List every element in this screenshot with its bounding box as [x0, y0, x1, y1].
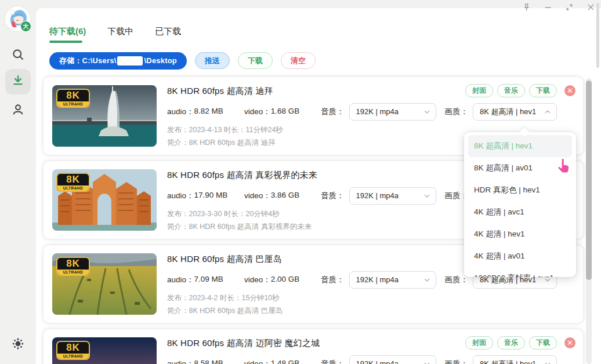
audio-quality-label: 音质：	[321, 191, 345, 201]
sidebar-item-settings[interactable]	[5, 332, 31, 358]
chevron-down-icon	[423, 108, 430, 115]
pin-icon[interactable]	[522, 2, 531, 12]
video-size: 2.00 GB	[271, 275, 300, 285]
maximize-icon[interactable]	[564, 2, 574, 12]
video-label: video：	[244, 191, 271, 201]
cover-badge-button[interactable]: 封面	[465, 336, 493, 350]
audio-label: audio：	[167, 275, 194, 285]
card-actions: 封面 音乐 下载 ✕	[465, 84, 575, 97]
8k-ultrahd-badge: 8K ULTRAHD	[56, 89, 90, 108]
toolbar: 存储：C:\Users\ \Desktop 推送 下载 清空	[49, 52, 601, 70]
video-card: 8K ULTRAHD 8K HDR 60fps 超高清 迈阿密 魔幻之城 封面 …	[44, 329, 583, 364]
download-all-button[interactable]: 下载	[238, 52, 273, 69]
chevron-down-icon	[544, 276, 551, 283]
redacted-username	[117, 56, 143, 65]
chevron-down-icon	[544, 361, 551, 364]
avatar-level-badge: 大	[20, 21, 31, 32]
publish-info: 发布：2023-3-30 时长：20分钟4秒	[167, 208, 312, 220]
audio-quality-select[interactable]: 192K | mp4a	[349, 271, 436, 289]
audio-quality-select[interactable]: 192K | mp4a	[349, 187, 436, 205]
tab-label: 待下载(6)	[49, 26, 86, 36]
dropdown-option[interactable]: 4K 超清 | avc1	[464, 201, 576, 223]
sidebar-item-download[interactable]	[5, 69, 31, 94]
user-icon	[12, 103, 24, 118]
download-icon	[12, 74, 24, 89]
tab-label: 已下载	[155, 26, 181, 36]
push-button[interactable]: 推送	[195, 52, 230, 69]
user-avatar[interactable]: 大	[5, 6, 30, 31]
download-badge-button[interactable]: 下载	[529, 336, 557, 350]
minimize-icon[interactable]	[543, 2, 552, 12]
remove-card-button[interactable]: ✕	[564, 337, 575, 348]
search-icon	[12, 48, 24, 63]
sidebar: 大	[0, 0, 36, 364]
video-size: 3.86 GB	[271, 191, 300, 201]
card-meta: 发布：2023-4-2 时长：15分钟10秒 简介：8K HDR 60fps 超…	[167, 292, 283, 317]
dropdown-option[interactable]: 4K 超清 | hev1	[464, 223, 576, 245]
video-quality-select-open[interactable]: 8K 超高清 | hev1	[473, 103, 557, 121]
tab-pending-downloads[interactable]: 待下载(6)	[49, 26, 86, 43]
chevron-down-icon	[423, 276, 430, 283]
dropdown-option[interactable]: 4K 超清 | av01	[464, 245, 576, 267]
video-quality-label: 画质：	[445, 359, 469, 364]
scrollbar-thumb[interactable]	[586, 81, 592, 280]
publish-info: 发布：2023-4-2 时长：15分钟10秒	[167, 292, 283, 304]
gear-icon	[12, 337, 24, 352]
video-quality-label: 画质：	[445, 275, 469, 285]
video-size: 1.48 GB	[271, 359, 300, 364]
tab-bar: 待下载(6) 下载中 已下载	[36, 8, 601, 43]
video-thumbnail-dubai: 8K ULTRAHD	[52, 85, 157, 147]
video-label: video：	[244, 359, 271, 364]
audio-size: 17.90 MB	[194, 191, 228, 201]
mouse-cursor-pointer	[557, 157, 573, 177]
music-badge-button[interactable]: 音乐	[497, 336, 525, 350]
dropdown-option-selected[interactable]: 8K 超高清 | hev1	[468, 135, 572, 157]
music-badge-button[interactable]: 音乐	[497, 84, 525, 97]
card-meta: 发布：2023-4-13 时长：11分钟24秒 简介：8K HDR 60fps …	[167, 123, 283, 149]
video-title: 8K HDR 60fps 超高清 迈阿密 魔幻之城	[167, 338, 320, 349]
chevron-up-icon	[544, 108, 551, 115]
audio-quality-select[interactable]: 192K | mp4a	[349, 103, 436, 121]
publish-info: 发布：2023-4-13 时长：11分钟24秒	[167, 123, 283, 136]
video-thumbnail-miami: 8K ULTRAHD	[52, 337, 157, 364]
audio-size: 7.09 MB	[194, 275, 223, 285]
quality-dropdown: 8K 超高清 | hev1 8K 超高清 | av01 HDR 真彩色 | he…	[464, 132, 576, 277]
download-badge-button[interactable]: 下载	[529, 84, 557, 97]
description: 简介：8K HDR 60fps 超高清 巴厘岛	[167, 304, 283, 317]
audio-quality-label: 音质：	[321, 107, 345, 117]
dropdown-scrollbar-thumb[interactable]	[596, 3, 599, 68]
tab-downloading[interactable]: 下载中	[107, 26, 133, 43]
sidebar-item-user[interactable]	[5, 98, 31, 123]
close-icon[interactable]	[586, 2, 595, 12]
video-thumbnail-bali: 8K ULTRAHD	[52, 253, 157, 315]
clear-button[interactable]: 清空	[281, 52, 316, 69]
remove-card-button[interactable]: ✕	[564, 85, 575, 96]
video-size: 1.68 GB	[271, 107, 300, 117]
cover-badge-button[interactable]: 封面	[465, 84, 493, 97]
audio-label: audio：	[167, 191, 194, 201]
8k-ultrahd-badge: 8K ULTRAHD	[56, 257, 90, 276]
chevron-down-icon	[423, 192, 430, 199]
audio-quality-label: 音质：	[321, 359, 345, 364]
card-meta: 发布：2023-3-30 时长：20分钟4秒 简介：8K HDR 60fps 超…	[167, 208, 312, 233]
dropdown-option[interactable]: HDR 真彩色 | hev1	[464, 179, 576, 201]
storage-path-suffix: \Desktop	[144, 56, 177, 65]
chevron-down-icon	[423, 361, 430, 364]
video-title: 8K HDR 60fps 超高清 真彩视界的未来	[167, 170, 317, 181]
storage-path-button[interactable]: 存储：C:\Users\ \Desktop	[49, 52, 187, 70]
card-actions: 封面 音乐 下载 ✕	[465, 336, 575, 350]
video-thumbnail-atlantis: 8K ULTRAHD	[52, 169, 157, 231]
sidebar-item-search[interactable]	[5, 43, 31, 68]
tab-label: 下载中	[107, 26, 133, 36]
audio-label: audio：	[167, 359, 194, 364]
video-label: video：	[244, 107, 271, 117]
storage-path-prefix: 存储：C:\Users\	[59, 56, 116, 66]
audio-label: audio：	[167, 107, 194, 117]
description: 简介：8K HDR 60fps 超高清 真彩视界的未来	[167, 220, 312, 233]
audio-size: 8.82 MB	[194, 107, 223, 117]
dropdown-option[interactable]: 1080P60 高帧率 | avc1	[464, 267, 576, 277]
tab-downloaded[interactable]: 已下载	[155, 26, 181, 43]
description: 简介：8K HDR 60fps 超高清 迪拜	[167, 136, 283, 149]
audio-quality-select[interactable]: 192K | mp4a	[349, 355, 436, 364]
video-quality-select[interactable]: 8K 超高清 | hev1	[473, 355, 557, 364]
